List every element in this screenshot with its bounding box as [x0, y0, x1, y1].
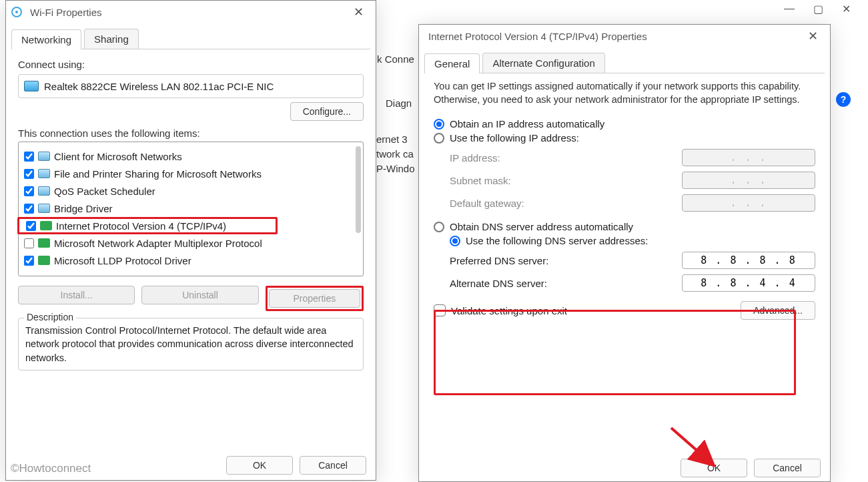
arrow-annotation [667, 424, 727, 477]
network-service-icon [38, 204, 50, 213]
close-button[interactable]: ✕ [345, 5, 372, 19]
dns-highlight-annotation [434, 310, 796, 395]
tab-alternate[interactable]: Alternate Configuration [482, 53, 604, 73]
protocol-icon [38, 256, 50, 265]
subnet-mask-label: Subnet mask: [450, 175, 511, 186]
item-checkbox[interactable] [24, 186, 34, 196]
tabstrip: Networking Sharing [11, 29, 370, 49]
item-checkbox[interactable] [24, 256, 34, 266]
items-header: This connection uses the following items… [18, 128, 364, 139]
network-service-icon [38, 169, 50, 178]
ip-settings-group: IP address: . . . Subnet mask: . . . Def… [450, 149, 815, 212]
item-checkbox[interactable] [24, 169, 34, 179]
maximize-icon[interactable]: ▢ [813, 3, 823, 15]
networking-content: Connect using: Realtek 8822CE Wireless L… [6, 49, 376, 380]
alternate-dns-label: Alternate DNS server: [450, 278, 547, 289]
general-content: You can get IP settings assigned automat… [419, 73, 830, 329]
connect-using-label: Connect using: [18, 59, 364, 70]
close-button[interactable]: ✕ [799, 29, 826, 43]
list-item[interactable]: Client for Microsoft Networks [21, 148, 360, 165]
item-checkbox[interactable] [24, 238, 34, 248]
description-box: Description Transmission Control Protoco… [18, 318, 364, 371]
item-buttons: Install... Uninstall Properties [18, 286, 364, 311]
list-item[interactable]: File and Printer Sharing for Microsoft N… [21, 165, 360, 182]
item-label: Bridge Driver [54, 203, 113, 214]
item-checkbox[interactable] [24, 204, 34, 214]
radio-label: Use the following IP address: [450, 132, 579, 144]
network-service-icon [38, 152, 50, 161]
dialog-title: Wi-Fi Properties [27, 7, 345, 18]
background-window-controls: — ▢ ✕ [784, 3, 851, 15]
adapter-box[interactable]: Realtek 8822CE Wireless LAN 802.11ac PCI… [18, 74, 364, 98]
help-icon[interactable]: ? [836, 92, 851, 107]
radio-icon [450, 236, 460, 246]
bg-text: P-Windo [376, 163, 415, 174]
list-item[interactable]: Microsoft Network Adapter Multiplexor Pr… [21, 234, 360, 252]
item-checkbox[interactable] [26, 221, 36, 231]
wifi-properties-dialog: Wi-Fi Properties ✕ Networking Sharing Co… [5, 0, 376, 481]
ip-address-input: . . . [682, 149, 815, 166]
bg-text: twork ca [376, 148, 414, 160]
description-text: Transmission Control Protocol/Internet P… [25, 324, 356, 365]
minimize-icon[interactable]: — [784, 3, 795, 15]
properties-button[interactable]: Properties [269, 289, 360, 308]
item-label: Client for Microsoft Networks [54, 151, 182, 162]
radio-label: Obtain DNS server address automatically [450, 221, 633, 232]
svg-point-1 [15, 11, 18, 13]
tab-sharing[interactable]: Sharing [84, 29, 139, 49]
ipv4-properties-dialog: Internet Protocol Version 4 (TCP/IPv4) P… [418, 24, 831, 482]
ok-button[interactable]: OK [226, 456, 293, 475]
titlebar: Internet Protocol Version 4 (TCP/IPv4) P… [419, 25, 830, 47]
cancel-button[interactable]: Cancel [300, 456, 366, 475]
tab-general[interactable]: General [424, 53, 480, 73]
bg-text: k Conne [377, 53, 414, 65]
scrollbar[interactable] [356, 146, 361, 233]
item-label: Microsoft Network Adapter Multiplexor Pr… [54, 238, 262, 249]
protocol-icon [40, 221, 52, 230]
ip-address-label: IP address: [450, 152, 500, 164]
item-label: Microsoft LLDP Protocol Driver [54, 255, 191, 266]
list-item[interactable]: QoS Packet Scheduler [21, 182, 360, 200]
dns-settings-group: Preferred DNS server: 8 . 8 . 8 . 8 Alte… [450, 252, 815, 292]
install-button[interactable]: Install... [18, 286, 135, 304]
adapter-name: Realtek 8822CE Wireless LAN 802.11ac PCI… [44, 81, 274, 92]
radio-icon [434, 119, 444, 130]
item-label: QoS Packet Scheduler [54, 186, 155, 197]
alternate-dns-input[interactable]: 8 . 8 . 4 . 4 [682, 274, 815, 292]
subnet-mask-input: . . . [682, 172, 815, 189]
network-service-icon [38, 186, 50, 196]
configure-button[interactable]: Configure... [290, 102, 364, 121]
item-label: File and Printer Sharing for Microsoft N… [54, 168, 262, 180]
info-text: You can get IP settings assigned automat… [434, 80, 815, 106]
cancel-button[interactable]: Cancel [754, 459, 821, 477]
radio-label: Obtain an IP address automatically [450, 118, 604, 130]
item-checkbox[interactable] [24, 152, 34, 162]
tab-networking[interactable]: Networking [11, 29, 81, 49]
default-gateway-input: . . . [682, 194, 815, 212]
list-item-ipv4[interactable]: Internet Protocol Version 4 (TCP/IPv4) [17, 217, 278, 234]
bg-text: Diagn [386, 97, 412, 109]
watermark: ©Howtoconnect [11, 462, 91, 475]
preferred-dns-label: Preferred DNS server: [450, 255, 548, 266]
dialog-title: Internet Protocol Version 4 (TCP/IPv4) P… [423, 31, 799, 42]
uninstall-button[interactable]: Uninstall [141, 286, 258, 304]
radio-use-ip[interactable]: Use the following IP address: [434, 132, 815, 144]
description-legend: Description [24, 312, 76, 322]
default-gateway-label: Default gateway: [450, 198, 524, 209]
radio-auto-ip[interactable]: Obtain an IP address automatically [434, 118, 815, 130]
protocol-icon [38, 238, 50, 248]
radio-auto-dns[interactable]: Obtain DNS server address automatically [434, 221, 815, 232]
radio-icon [434, 222, 444, 232]
preferred-dns-input[interactable]: 8 . 8 . 8 . 8 [682, 252, 815, 269]
radio-use-dns[interactable]: Use the following DNS server addresses: [450, 235, 815, 246]
svg-line-2 [671, 428, 714, 465]
bg-text: ernet 3 [376, 134, 408, 145]
adapter-icon [24, 81, 39, 91]
wifi-icon [10, 5, 23, 19]
titlebar: Wi-Fi Properties ✕ [6, 1, 376, 23]
list-item[interactable]: Bridge Driver [21, 200, 360, 217]
list-item[interactable]: Microsoft LLDP Protocol Driver [21, 252, 360, 269]
items-list: Client for Microsoft Networks File and P… [18, 142, 364, 276]
close-icon[interactable]: ✕ [842, 3, 851, 15]
dialog-footer: OK Cancel [226, 456, 366, 475]
